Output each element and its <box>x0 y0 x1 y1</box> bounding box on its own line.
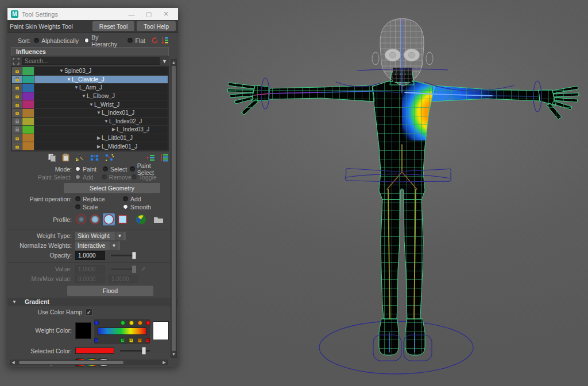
ramp-stop-delete[interactable]: ✕ <box>138 338 142 342</box>
chevron-down-icon[interactable]: ▼ <box>162 59 167 64</box>
gradient-section-header[interactable]: ▼ Gradient <box>7 298 178 306</box>
expand-arrow[interactable]: ▼ <box>74 85 79 90</box>
expand-arrow[interactable]: ▶ <box>96 144 102 149</box>
expand-arrow[interactable]: ▶ <box>111 127 117 132</box>
ramp-stop[interactable] <box>94 321 99 325</box>
sort-alphabetically[interactable]: Alphabetically <box>34 37 79 44</box>
influences-tab[interactable]: Influences <box>11 47 169 56</box>
influence-color-swatch[interactable] <box>22 92 34 100</box>
expand-arrow[interactable]: ▼ <box>88 102 94 107</box>
expand-arrow[interactable]: ▼ <box>103 119 109 124</box>
minimize-button[interactable]: — <box>123 11 140 18</box>
selected-color-swatch[interactable] <box>75 348 114 354</box>
ramp-stop[interactable] <box>138 321 142 325</box>
paint-select-toggle[interactable]: Toggle <box>131 174 169 181</box>
hammer-weights-icon[interactable] <box>75 153 84 162</box>
weight-color-swatch[interactable] <box>75 322 91 339</box>
sort-list-icon[interactable] <box>161 37 169 44</box>
list-compact-icon[interactable] <box>146 154 155 162</box>
move-influences-icon[interactable] <box>90 153 99 162</box>
paste-weights-icon[interactable] <box>61 153 70 162</box>
color-ramp-bar[interactable] <box>98 327 146 335</box>
select-marquee-icon[interactable] <box>13 58 20 65</box>
opacity-slider[interactable] <box>111 255 136 256</box>
joint-row[interactable]: ▼Spine03_J <box>12 67 168 75</box>
influence-color-swatch[interactable] <box>22 142 34 150</box>
op-scale[interactable]: Scale <box>75 204 123 210</box>
browse-folder-icon[interactable] <box>152 213 164 225</box>
ramp-stop-delete[interactable]: ✕ <box>146 338 150 342</box>
list-expanded-icon[interactable] <box>160 154 169 162</box>
joint-row[interactable]: ▼L_Arm_J <box>12 84 168 92</box>
horizontal-scroll-thumb[interactable] <box>19 361 123 364</box>
copy-weights-icon[interactable] <box>48 153 56 162</box>
op-smooth[interactable]: Smooth <box>123 204 169 210</box>
vertical-scroll-thumb[interactable] <box>172 66 176 351</box>
tool-help-button[interactable]: Tool Help <box>137 21 176 31</box>
op-add[interactable]: Add <box>123 196 169 202</box>
weight-type-dropdown[interactable]: Skin Weight▼ <box>75 232 126 240</box>
influence-color-swatch[interactable] <box>22 76 34 84</box>
search-input[interactable] <box>22 57 160 65</box>
paint-select-remove[interactable]: Remove <box>102 174 131 181</box>
influence-color-swatch[interactable] <box>22 126 34 134</box>
pencil-icon[interactable]: ✎ <box>141 266 145 272</box>
select-geometry-button[interactable]: Select Geometry <box>64 183 160 193</box>
brush-ramp-sphere-icon[interactable] <box>135 213 147 225</box>
influence-color-swatch[interactable] <box>22 134 34 142</box>
maximize-button[interactable]: ▢ <box>140 10 157 18</box>
expand-arrow[interactable]: ▼ <box>59 68 64 73</box>
normalize-weights-dropdown[interactable]: Interactive▼ <box>75 241 120 250</box>
joint-row[interactable]: ▶L_Middle01_J <box>12 142 168 150</box>
influence-color-swatch[interactable] <box>22 109 34 117</box>
show-influenced-verts-icon[interactable] <box>105 153 114 162</box>
brush-medium-icon[interactable] <box>89 213 101 225</box>
ramp-end-color-swatch[interactable] <box>153 321 169 340</box>
title-bar[interactable]: M Tool Settings — ▢ ✕ <box>7 8 178 20</box>
ramp-stop[interactable] <box>129 321 134 325</box>
opacity-input[interactable] <box>75 251 105 260</box>
influence-color-swatch[interactable] <box>22 118 34 126</box>
ramp-stop[interactable] <box>146 321 150 325</box>
selected-color-slider[interactable] <box>120 350 150 352</box>
value-slider[interactable] <box>111 268 136 270</box>
min-value-input[interactable] <box>75 275 105 283</box>
joint-row[interactable]: ▼L_Elbow_J <box>12 92 168 100</box>
op-replace[interactable]: Replace <box>75 196 123 202</box>
refresh-icon[interactable] <box>151 37 158 44</box>
expand-arrow[interactable]: ▼ <box>81 93 87 99</box>
close-button[interactable]: ✕ <box>157 10 175 18</box>
max-value-input[interactable] <box>109 275 138 283</box>
brush-square-icon[interactable] <box>117 213 129 225</box>
influence-color-swatch[interactable] <box>22 67 34 75</box>
influence-color-swatch[interactable] <box>22 84 34 92</box>
joint-row[interactable]: ▼L_Index01_J <box>12 109 168 117</box>
mode-paint[interactable]: Paint <box>75 166 103 173</box>
influence-color-swatch[interactable] <box>22 100 34 108</box>
joint-row[interactable]: ▼L_Clavicle_J <box>12 76 168 84</box>
brush-hard-icon[interactable] <box>103 213 115 225</box>
ramp-stop-delete[interactable]: ✕ <box>94 338 98 342</box>
flood-button[interactable]: Flood <box>67 286 153 296</box>
reset-tool-button[interactable]: Reset Tool <box>92 21 134 31</box>
ramp-stop-delete[interactable]: ✕ <box>129 338 133 342</box>
horizontal-scrollbar[interactable]: ◀ ▶ <box>10 360 168 365</box>
sort-flat[interactable]: Flat <box>127 37 145 44</box>
joint-row[interactable]: ▼L_Wrist_J <box>12 100 168 108</box>
value-input[interactable] <box>75 265 105 274</box>
vertical-scrollbar[interactable]: ▲ ▼ <box>171 59 177 358</box>
brush-soft-icon[interactable] <box>75 213 87 225</box>
use-color-ramp-checkbox[interactable]: ✓ <box>86 309 92 315</box>
joint-row[interactable]: ▶L_Index03_J <box>12 126 168 134</box>
mode-select[interactable]: Select <box>103 166 130 173</box>
expand-arrow[interactable]: ▼ <box>66 77 72 82</box>
color-ramp-widget[interactable]: ✕ ✕ ✕ ✕ ✕ <box>94 319 150 344</box>
expand-arrow[interactable]: ▶ <box>96 135 102 141</box>
joint-row[interactable]: ▼L_Index02_J <box>12 118 168 126</box>
ramp-stop[interactable] <box>121 321 125 325</box>
joint-row[interactable]: ▶L_Little01_J <box>12 134 168 142</box>
sort-by-hierarchy[interactable]: By Hierarchy <box>84 34 122 48</box>
paint-select-add[interactable]: Add <box>75 174 102 181</box>
ramp-stop-delete[interactable]: ✕ <box>121 338 125 342</box>
expand-arrow[interactable]: ▼ <box>96 110 102 115</box>
